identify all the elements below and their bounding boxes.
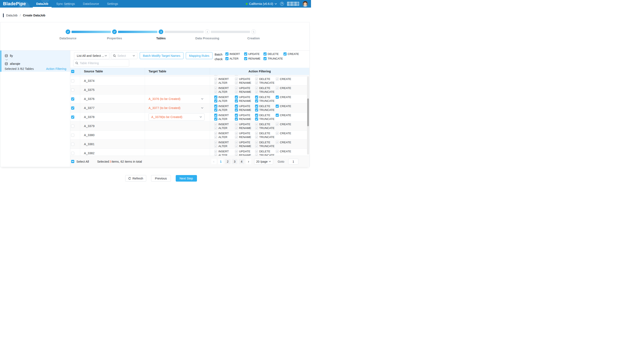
checkbox-unchecked[interactable] (71, 88, 74, 92)
page-button-1[interactable]: 1 (218, 159, 223, 164)
checkbox-checked[interactable] (255, 108, 258, 112)
checkbox-checked[interactable] (235, 96, 238, 99)
row-action-rename[interactable]: RENAME (235, 108, 251, 112)
checkbox-checked[interactable] (276, 114, 279, 117)
batch-check-rename[interactable]: RENAME (244, 57, 260, 60)
row-action-delete[interactable]: DELETE (255, 96, 270, 99)
row-action-alter[interactable]: ALTER (214, 108, 228, 112)
row-action-rename[interactable]: RENAME (235, 99, 251, 102)
target-schema-row[interactable]: afanqie (5, 61, 66, 66)
checkbox-checked[interactable] (235, 114, 238, 117)
prev-page-button[interactable]: ‹ (211, 159, 216, 164)
row-action-update[interactable]: UPDATE (235, 96, 250, 99)
page-button-4[interactable]: 4 (239, 159, 244, 164)
checkbox-checked[interactable] (283, 52, 287, 56)
avatar[interactable] (302, 1, 308, 7)
checkbox-unchecked[interactable] (71, 134, 74, 137)
action-filtering-link[interactable]: Action Filtering (46, 67, 66, 71)
row-action-update[interactable]: UPDATE (235, 114, 250, 117)
row-action-insert[interactable]: INSERT (214, 105, 229, 108)
row-action-truncate[interactable]: TRUNCATE (255, 108, 275, 112)
checkbox-checked[interactable] (235, 117, 238, 121)
row-action-insert[interactable]: INSERT (214, 114, 229, 117)
checkbox-checked[interactable] (214, 96, 217, 99)
row-action-delete[interactable]: DELETE (255, 114, 270, 117)
nav-item-datajob[interactable]: DataJob (36, 0, 49, 8)
schema-pair-selected[interactable]: lly afanqie (0, 51, 70, 72)
batch-modify-target-names-button[interactable]: Batch Modify Target Names (140, 52, 183, 59)
row-action-alter[interactable]: ALTER (214, 117, 228, 121)
row-action-create[interactable]: CREATE (276, 114, 291, 117)
page-button-3[interactable]: 3 (232, 159, 237, 164)
refresh-button[interactable]: Refresh (125, 175, 146, 182)
checkbox-unchecked[interactable] (71, 125, 74, 128)
checkbox-checked[interactable] (214, 99, 217, 102)
checkbox-checked[interactable] (244, 52, 247, 56)
row-action-alter[interactable]: ALTER (214, 99, 228, 102)
previous-button[interactable]: Previous (151, 175, 171, 182)
checkbox-checked[interactable] (235, 105, 238, 108)
checkbox-checked[interactable] (255, 117, 258, 121)
batch-check-create[interactable]: CREATE (283, 52, 299, 56)
nav-item-sync-settings[interactable]: Sync Settings (56, 0, 76, 8)
row-action-rename[interactable]: RENAME (235, 117, 251, 121)
checkbox-checked[interactable] (225, 52, 229, 56)
checkbox-unchecked[interactable] (71, 143, 74, 146)
checkbox-checked[interactable] (255, 96, 258, 99)
select-all-footer-checkbox[interactable] (71, 160, 74, 163)
goto-page-input[interactable] (288, 159, 298, 165)
table-scrollbar[interactable] (307, 76, 309, 155)
checkbox-checked[interactable] (255, 114, 258, 117)
page-button-2[interactable]: 2 (225, 159, 230, 164)
target-table-value[interactable]: A_3377 (to be Created) (149, 106, 207, 110)
checkbox-checked[interactable] (214, 108, 217, 112)
source-schema-row[interactable]: lly (5, 53, 66, 58)
batch-check-delete[interactable]: DELETE (263, 52, 279, 56)
breadcrumb-parent[interactable]: DataJob (6, 14, 18, 17)
row-action-update[interactable]: UPDATE (235, 105, 250, 108)
schema-select[interactable]: Select (111, 52, 137, 59)
checkbox-checked[interactable] (263, 57, 267, 60)
row-action-truncate[interactable]: TRUNCATE (255, 99, 275, 102)
row-action-insert[interactable]: INSERT (214, 96, 229, 99)
checkbox-checked[interactable] (214, 105, 217, 108)
table-filter-input[interactable] (80, 61, 127, 65)
batch-check-alter[interactable]: ALTER (225, 57, 239, 60)
checkbox-checked[interactable] (214, 117, 217, 121)
row-action-truncate[interactable]: TRUNCATE (255, 117, 275, 121)
batch-check-update[interactable]: UPDATE (244, 52, 260, 56)
checkbox-checked[interactable] (225, 57, 229, 60)
target-table-select[interactable]: A_3378(to be Created) (149, 114, 205, 121)
checkbox-checked[interactable] (255, 105, 258, 108)
row-action-create[interactable]: CREATE (276, 96, 291, 99)
target-table-value[interactable]: A_3376 (to be Created) (149, 97, 207, 101)
checkbox-checked[interactable] (71, 97, 74, 101)
row-action-delete[interactable]: DELETE (255, 105, 270, 108)
checkbox-checked[interactable] (255, 99, 258, 102)
checkbox-checked[interactable] (71, 106, 74, 110)
env-selector[interactable]: California (v0.6.0) (246, 2, 277, 5)
batch-check-truncate[interactable]: TRUNCATE (263, 57, 283, 60)
list-mode-select[interactable]: List All and Select ... (74, 52, 109, 59)
checkbox-checked[interactable] (71, 115, 74, 119)
brand-logo[interactable]: BladePipe (3, 1, 26, 6)
checkbox-unchecked[interactable] (71, 79, 74, 82)
scrollbar-thumb[interactable] (307, 98, 309, 126)
row-action-create[interactable]: CREATE (276, 105, 291, 108)
next-step-button[interactable]: Next Step (176, 175, 197, 182)
nav-item-settings[interactable]: Settings (106, 0, 119, 8)
select-all-header-checkbox[interactable] (71, 70, 74, 73)
checkbox-checked[interactable] (276, 105, 279, 108)
checkbox-checked[interactable] (214, 114, 217, 117)
checkbox-checked[interactable] (235, 99, 238, 102)
next-page-button[interactable]: › (246, 159, 251, 164)
checkbox-checked[interactable] (263, 52, 267, 56)
page-size-select[interactable]: 20 /page (254, 159, 273, 165)
checkbox-checked[interactable] (235, 108, 238, 112)
nav-item-datasource[interactable]: DataSource (82, 0, 100, 8)
checkbox-checked[interactable] (244, 57, 247, 60)
mapping-rules-button[interactable]: Mapping Rules (186, 52, 213, 59)
checkbox-unchecked[interactable] (71, 152, 74, 155)
batch-check-insert[interactable]: INSERT (225, 52, 240, 56)
help-icon[interactable]: ? (280, 2, 284, 6)
